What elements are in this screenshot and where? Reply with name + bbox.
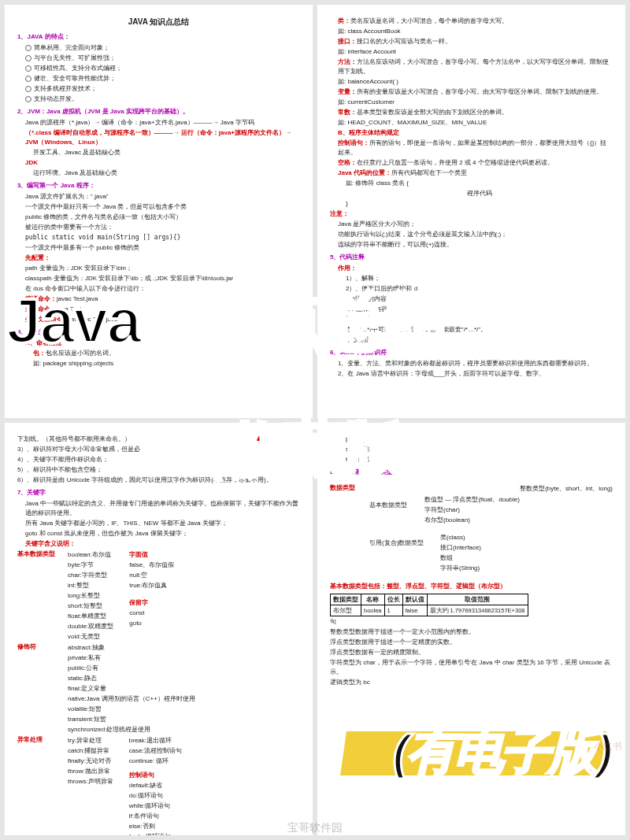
bullet-icon [25, 86, 32, 92]
section-2-head: 2、JVM：Java 虚拟机（JVM 是 Java 实现跨平台的基础）。 [17, 107, 300, 117]
jvm-line-1: Java 的源程序（*.java）→ 编译（命令：java+文件名.java）—… [17, 118, 300, 128]
watermark-bottom: 宝哥软件园 [287, 821, 343, 835]
jdk-label: JDK [25, 159, 38, 166]
modifiers-tree: 修饰符 abstract:抽象 private:私有 public:公有 sta… [17, 642, 300, 735]
jvm-tools: 开发工具、Javac 及基础核心类 [17, 148, 300, 157]
table-caption: 基本数据类型包括：整型、浮点型、字符型、逻辑型（布尔型） [330, 582, 613, 591]
code-main: public static void main(String [] args){… [17, 233, 300, 242]
config-head: 先配置： [17, 253, 300, 263]
struct-head: B、程序主体结构规定 [330, 128, 613, 138]
features-list: 简单易用、完全面向对象； 与平台无关性、可扩展性强； 可移植性高、支持分布式编程… [17, 43, 300, 104]
bullet-icon [25, 45, 32, 51]
doc-title: JAVA 知识点总结 [17, 16, 300, 28]
jvm-runtime: 运行环境、Java 及基础核心类 [17, 168, 300, 178]
section-1-head: 1、JAVA 的特点： [17, 32, 300, 42]
section-3-head: 3、编写第一个 Java 程序： [17, 181, 300, 191]
datatype-tree: 数据类型 整数类型(byte、short、int、long) 基本数据类型 数值… [330, 483, 613, 574]
watermark-side: 小红书 [594, 740, 622, 753]
exception-tree: 异常处理 try:异常处理 catch:捕捉异常 finally:无论对否 th… [17, 735, 300, 836]
bullet-icon [25, 55, 32, 61]
keyword-explain: 关键字含义说明： [17, 539, 300, 549]
overlay-title: Java知识点总结 [0, 279, 630, 364]
bullet-icon [25, 65, 32, 72]
bullet-icon [25, 76, 32, 82]
overlay-subtitle: （收藏版） [0, 409, 630, 490]
bullet-icon [25, 96, 32, 102]
basic-types-tree: 基本数据类型 boolean:布尔值 byte:字节 char:字符类型 int… [17, 550, 300, 642]
overlay-badge: (有电子版) [393, 719, 611, 785]
section-5-head: 5、代码注释 [330, 253, 613, 262]
jvm-line-2: （*.class 编译时自动形成，与源程序名一致）———→ 运行（命令：java… [17, 128, 300, 147]
type-table: 数据类型 名称 位长 默认值 取值范围 布尔型 boolea 1 false 最… [330, 594, 528, 617]
